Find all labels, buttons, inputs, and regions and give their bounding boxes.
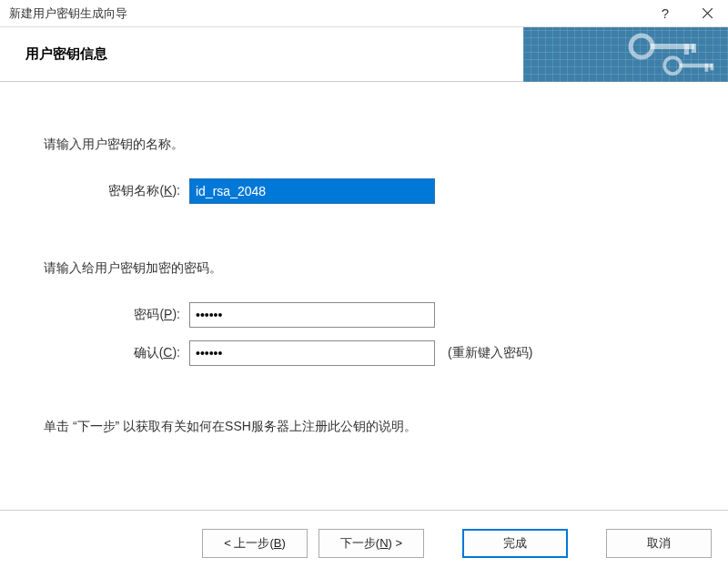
confirm-hint: (重新键入密码) (448, 345, 532, 361)
footer-hint: 单击 “下一步” 以获取有关如何在SSH服务器上注册此公钥的说明。 (44, 419, 684, 435)
back-button[interactable]: < 上一步(B) (202, 529, 308, 558)
password-prompt: 请输入给用户密钥加密的密码。 (44, 260, 684, 277)
close-button[interactable] (686, 0, 728, 27)
password-input[interactable] (189, 302, 435, 328)
key-name-prompt: 请输入用户密钥的名称。 (44, 137, 684, 153)
button-bar: < 上一步(B) 下一步(N) > 完成 取消 (0, 510, 728, 575)
confirm-row: 确认(C): (重新键入密码) (44, 340, 684, 366)
svg-rect-7 (711, 64, 714, 71)
key-name-label: 密钥名称(K): (44, 183, 189, 199)
header-decoration (523, 27, 728, 82)
key-name-row: 密钥名称(K): (44, 178, 684, 204)
svg-point-0 (631, 35, 652, 57)
content-area: 请输入用户密钥的名称。 密钥名称(K): 请输入给用户密钥加密的密码。 密码(P… (0, 82, 728, 510)
svg-rect-3 (692, 44, 696, 53)
svg-point-4 (664, 57, 681, 74)
cancel-button[interactable]: 取消 (606, 529, 712, 558)
confirm-input[interactable] (189, 340, 435, 366)
key-icon (662, 55, 717, 76)
password-label: 密码(P): (44, 307, 189, 323)
key-name-input[interactable] (189, 178, 435, 204)
next-button[interactable]: 下一步(N) > (318, 529, 424, 558)
titlebar: 新建用户密钥生成向导 ? (0, 0, 728, 27)
password-row: 密码(P): (44, 302, 684, 328)
svg-rect-2 (684, 44, 689, 55)
help-button[interactable]: ? (644, 0, 686, 27)
confirm-label: 确认(C): (44, 345, 189, 361)
svg-rect-6 (705, 64, 709, 72)
close-icon (703, 8, 713, 18)
window-title: 新建用户密钥生成向导 (0, 5, 644, 22)
page-title: 用户密钥信息 (0, 46, 107, 63)
finish-button[interactable]: 完成 (462, 529, 568, 558)
header-banner: 用户密钥信息 (0, 27, 728, 82)
